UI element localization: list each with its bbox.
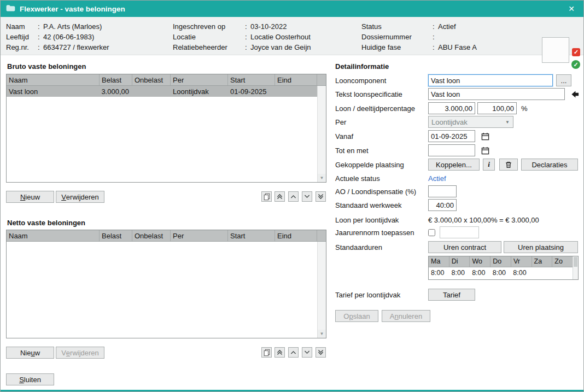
- standaarduren-scrollbar[interactable]: [573, 256, 578, 279]
- move-up-icon[interactable]: [288, 191, 299, 202]
- deeltijdpercentage-input[interactable]: [477, 102, 517, 114]
- colon: :: [245, 22, 250, 31]
- header-field-leeftijd: Leeftijd:42 (06-06-1983): [6, 32, 109, 42]
- label-text: Nie: [20, 349, 31, 357]
- move-top-icon[interactable]: [275, 347, 285, 358]
- scroll-down-icon[interactable]: ▼: [318, 330, 326, 338]
- row-ao-loondispensatie: AO / Loondispensatie (%): [335, 185, 457, 197]
- netto-table-header: Naam Belast Onbelast Per Start Eind: [7, 230, 326, 242]
- uren-plaatsing-button[interactable]: Uren plaatsing: [504, 241, 578, 253]
- row-loon-per-loontijdvak: Loon per loontijdvak € 3.000,00 x 100,00…: [335, 214, 539, 226]
- field-label: Gekoppelde plaatsing: [335, 161, 428, 169]
- row-looncomponent: Looncomponent ...: [335, 74, 571, 86]
- move-bottom-icon[interactable]: [316, 191, 326, 202]
- bruto-table-header: Naam Belast Onbelast Per Start Eind: [7, 74, 326, 86]
- scroll-down-icon[interactable]: ▼: [318, 174, 326, 182]
- table-row-selected[interactable]: Vast loon 3.000,00 Loontijdvak 01-09-202…: [7, 86, 317, 97]
- calendar-icon[interactable]: [480, 131, 490, 142]
- header-column-1: Naam:P.A. Arts (Marloes) Leeftijd:42 (06…: [6, 21, 109, 52]
- looncomponent-input[interactable]: [428, 74, 553, 86]
- selected-option: Loontijdvak: [431, 118, 468, 126]
- sluiten-button[interactable]: Sluiten: [6, 373, 54, 385]
- label-text: erwijderen: [66, 193, 99, 201]
- photo-placeholder: [542, 37, 569, 63]
- green-check-icon[interactable]: ✓: [571, 60, 580, 69]
- move-down-icon[interactable]: [302, 191, 312, 202]
- declaraties-button[interactable]: Declaraties: [521, 159, 578, 171]
- vertical-scrollbar[interactable]: ▼: [317, 86, 326, 182]
- jaarurennorm-input: [440, 226, 479, 238]
- column-header-start: Start: [228, 74, 275, 85]
- label-accel: S: [19, 376, 24, 384]
- field-label: Locatie: [173, 33, 245, 41]
- column-header-ma: Ma: [429, 256, 449, 267]
- cell-per: Loontijdvak: [171, 86, 228, 97]
- field-value: Actief: [438, 22, 456, 31]
- calendar-icon[interactable]: [480, 145, 490, 156]
- detail-section-title: Detailinformatie: [335, 62, 389, 71]
- field-label: Loon per loontijdvak: [335, 216, 428, 224]
- colon: :: [433, 22, 438, 31]
- koppelen-button[interactable]: Koppelen...: [428, 159, 480, 171]
- column-header-di: Di: [449, 256, 470, 267]
- scrollbar-thumb[interactable]: [574, 257, 577, 267]
- vertical-scrollbar[interactable]: ▼: [317, 242, 326, 338]
- row-loon-deeltijdpercentage: Loon / deeltijdpercentage %: [335, 102, 528, 114]
- bruto-verwijderen-button[interactable]: Verwijderen: [56, 191, 104, 203]
- window-title: Flexwerker - vaste beloningen: [20, 5, 125, 13]
- colon: :: [245, 33, 250, 41]
- copy-icon[interactable]: [261, 191, 272, 202]
- cell-di: 8:00: [449, 267, 470, 279]
- info-button[interactable]: i: [483, 159, 495, 171]
- actuele-status-link[interactable]: Actief: [428, 174, 446, 183]
- row-tot-en-met: Tot en met: [335, 144, 490, 156]
- netto-nieuw-button[interactable]: Nieuw: [6, 347, 54, 359]
- close-icon[interactable]: ✕: [566, 3, 577, 14]
- cell-zo: [552, 267, 573, 279]
- loon-input[interactable]: [428, 102, 475, 114]
- move-up-icon[interactable]: [288, 347, 299, 358]
- cell-start: 01-09-2025: [228, 86, 275, 97]
- tot-en-met-input[interactable]: [428, 144, 475, 156]
- row-actuele-status: Actuele status Actief: [335, 172, 446, 184]
- field-label: Status: [361, 22, 433, 31]
- move-down-icon[interactable]: [302, 347, 312, 358]
- colon: :: [433, 43, 438, 51]
- field-label: Standaard werkweek: [335, 201, 428, 209]
- move-bottom-icon[interactable]: [316, 347, 326, 358]
- folder-icon: [6, 4, 15, 13]
- column-header-naam: Naam: [7, 74, 100, 85]
- field-label: Huidige fase: [361, 43, 433, 51]
- bruto-nieuw-button[interactable]: Nieuw: [6, 191, 54, 203]
- trash-icon[interactable]: [499, 159, 518, 171]
- header-field-huidige-fase: Huidige fase:ABU Fase A: [361, 42, 477, 52]
- header-field-ingeschreven-op: Ingeschreven op:03-10-2022: [173, 21, 311, 32]
- field-label: Ingeschreven op: [173, 22, 245, 31]
- copy-icon[interactable]: [261, 347, 272, 358]
- tekst-loonspecificatie-input[interactable]: [428, 88, 565, 100]
- column-header-belast: Belast: [100, 230, 132, 241]
- label-text: nuleren: [399, 312, 422, 320]
- label-text: luiten: [24, 376, 41, 384]
- field-value: P.A. Arts (Marloes): [43, 22, 102, 31]
- tarief-button[interactable]: Tarief: [428, 289, 475, 301]
- uren-contract-button[interactable]: Uren contract: [428, 241, 501, 253]
- standaard-werkweek-input[interactable]: [428, 199, 457, 211]
- field-label: Actuele status: [335, 174, 428, 183]
- field-label: Relatiebeheerder: [173, 43, 245, 51]
- arrow-left-icon[interactable]: [569, 89, 580, 100]
- vanaf-input[interactable]: [428, 130, 475, 142]
- move-top-icon[interactable]: [275, 191, 285, 202]
- label-text: slaan: [353, 312, 370, 320]
- cell-vr: 8:00: [511, 267, 532, 279]
- cell-za: [532, 267, 552, 279]
- field-label: Dossiernummer: [361, 33, 433, 41]
- ao-loondispensatie-input[interactable]: [428, 185, 457, 197]
- red-check-icon[interactable]: ✓: [572, 48, 580, 56]
- label-accel: p: [349, 312, 353, 320]
- looncomponent-browse-button[interactable]: ...: [556, 74, 571, 86]
- jaarurennorm-checkbox[interactable]: [428, 229, 435, 236]
- cell-belast: 3.000,00: [100, 86, 132, 97]
- field-label: Looncomponent: [335, 77, 428, 85]
- header-field-naam: Naam:P.A. Arts (Marloes): [6, 21, 109, 32]
